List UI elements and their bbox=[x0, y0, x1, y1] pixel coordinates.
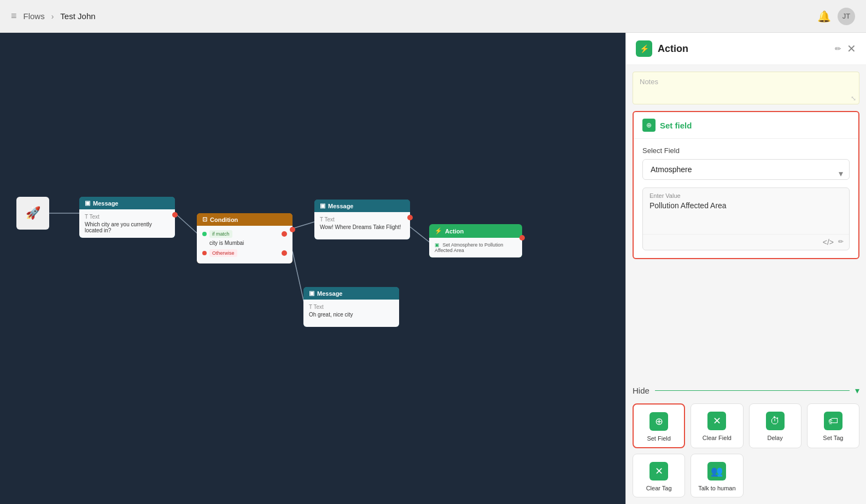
conn-dot-2 bbox=[407, 215, 413, 220]
if-match-conn bbox=[282, 231, 287, 237]
clear-tag-btn-label: Clear Tag bbox=[646, 485, 672, 491]
action-header: ⚡ Action bbox=[429, 224, 522, 238]
message-1-header: ▣ Message bbox=[79, 197, 175, 209]
message-node-1[interactable]: ▣ Message T Text Which city are you curr… bbox=[79, 197, 175, 238]
set-field-title: Set field bbox=[660, 121, 692, 130]
code-icon[interactable]: </> bbox=[823, 238, 834, 247]
set-field-header: ⊕ Set field bbox=[634, 112, 858, 139]
clear-tag-btn-icon: ✕ bbox=[650, 462, 668, 480]
condition-header: ⊡ Condition bbox=[197, 213, 292, 226]
set-field-header-icon: ⊕ bbox=[642, 119, 656, 132]
flow-canvas[interactable]: 🚀 ▣ Message T Text Which city are you cu… bbox=[0, 33, 625, 504]
message-3-icon: ▣ bbox=[309, 290, 314, 297]
flows-link[interactable]: Flows bbox=[24, 11, 45, 21]
svg-line-2 bbox=[292, 221, 316, 228]
conn-dot-action bbox=[519, 235, 525, 241]
hide-chevron-icon[interactable]: ▾ bbox=[855, 385, 859, 396]
panel-close-button[interactable]: ✕ bbox=[847, 42, 856, 55]
enter-value-footer: </> ✏ bbox=[643, 234, 849, 250]
if-match-label: if match bbox=[209, 230, 232, 238]
set-field-body: Select Field Atmosphere ▾ Enter Value Po… bbox=[634, 139, 858, 258]
message-2-header: ▣ Message bbox=[314, 200, 410, 212]
action-btn-talk-to-human[interactable]: 👥 Talk to human bbox=[691, 454, 743, 497]
message-1-type: T Text bbox=[85, 214, 169, 220]
notes-resize-handle[interactable]: ⤡ bbox=[851, 95, 856, 102]
hide-label: Hide bbox=[633, 386, 650, 395]
hide-divider bbox=[655, 390, 850, 391]
hide-section: Hide ▾ ⊕ Set Field ✕ Clear Field ⏱ Delay bbox=[626, 385, 866, 504]
message-node-2[interactable]: ▣ Message T Text Wow! Where Dreams Take … bbox=[314, 200, 410, 239]
breadcrumb-chevron: › bbox=[51, 12, 54, 21]
otherwise-conn bbox=[282, 250, 287, 256]
delay-btn-label: Delay bbox=[768, 435, 783, 441]
notification-bell-icon[interactable]: 🔔 bbox=[817, 10, 831, 23]
if-match-dot bbox=[202, 232, 207, 236]
message-2-type: T Text bbox=[320, 216, 405, 222]
user-avatar[interactable]: JT bbox=[838, 8, 855, 25]
message-1-icon: ▣ bbox=[85, 200, 90, 207]
actions-grid-row2: ✕ Clear Tag 👥 Talk to human bbox=[633, 454, 859, 497]
action-set-field: ▣ Set Atmosphere to Pollution Affected A… bbox=[435, 242, 517, 253]
clear-field-btn-label: Clear Field bbox=[703, 435, 732, 441]
otherwise-label: Otherwise bbox=[209, 249, 237, 257]
set-tag-btn-icon: 🏷 bbox=[824, 412, 842, 430]
action-btn-delay[interactable]: ⏱ Delay bbox=[749, 403, 801, 448]
svg-line-1 bbox=[175, 213, 198, 234]
enter-value-text[interactable]: Pollution Affected Area bbox=[643, 201, 849, 234]
notes-area[interactable]: Notes ⤡ bbox=[633, 72, 859, 104]
talk-to-human-btn-icon: 👥 bbox=[707, 462, 726, 480]
svg-line-4 bbox=[410, 227, 431, 243]
message-2-icon: ▣ bbox=[320, 202, 325, 209]
rocket-icon: 🚀 bbox=[26, 206, 40, 220]
action-node[interactable]: ⚡ Action ▣ Set Atmosphere to Pollution A… bbox=[429, 224, 522, 257]
message-3-text: Oh great, nice city bbox=[309, 312, 394, 318]
talk-to-human-btn-label: Talk to human bbox=[698, 485, 735, 491]
enter-value-box: Enter Value Pollution Affected Area </> … bbox=[642, 187, 850, 250]
message-node-3[interactable]: ▣ Message T Text Oh great, nice city bbox=[303, 287, 399, 327]
message-3-header: ▣ Message bbox=[303, 287, 399, 300]
right-panel: ⚡ Action ✏ ✕ Notes ⤡ ⊕ Set field Select … bbox=[625, 33, 866, 504]
delay-btn-icon: ⏱ bbox=[766, 412, 785, 430]
header: ≡ Flows › Test John 🔔 JT bbox=[0, 0, 866, 33]
start-node[interactable]: 🚀 bbox=[16, 197, 49, 230]
action-btn-clear-tag[interactable]: ✕ Clear Tag bbox=[633, 454, 685, 497]
panel-action-icon: ⚡ bbox=[636, 40, 652, 57]
actions-grid-row1: ⊕ Set Field ✕ Clear Field ⏱ Delay 🏷 Set … bbox=[633, 403, 859, 448]
condition-node[interactable]: ⊡ Condition if match city is Mumbai Othe… bbox=[197, 213, 292, 263]
otherwise-dot bbox=[202, 251, 207, 255]
clear-field-btn-icon: ✕ bbox=[707, 412, 726, 430]
page-title: Test John bbox=[60, 11, 95, 21]
action-set-field-text: Set Atmosphere to Pollution Affected Are… bbox=[435, 242, 504, 253]
flows-icon: ≡ bbox=[11, 10, 17, 22]
set-field-btn-icon: ⊕ bbox=[650, 412, 668, 431]
message-1-text: Which city are you currently located in? bbox=[85, 221, 169, 233]
hide-header: Hide ▾ bbox=[633, 385, 859, 396]
panel-title: Action bbox=[658, 43, 829, 55]
notes-placeholder: Notes bbox=[640, 78, 658, 86]
edit-pencil-icon[interactable]: ✏ bbox=[838, 238, 844, 247]
action-icon: ⚡ bbox=[435, 227, 442, 235]
message-3-type: T Text bbox=[309, 304, 394, 310]
panel-edit-icon[interactable]: ✏ bbox=[835, 44, 841, 53]
condition-toggle-icon: ⊡ bbox=[202, 216, 207, 223]
select-field-label: Select Field bbox=[642, 146, 850, 155]
action-btn-set-tag[interactable]: 🏷 Set Tag bbox=[807, 403, 859, 448]
action-btn-set-field[interactable]: ⊕ Set Field bbox=[633, 403, 685, 448]
field-select[interactable]: Atmosphere bbox=[642, 159, 850, 180]
set-field-icon: ▣ bbox=[435, 242, 440, 248]
set-field-section: ⊕ Set field Select Field Atmosphere ▾ En… bbox=[633, 111, 859, 259]
enter-value-label: Enter Value bbox=[643, 188, 849, 201]
action-btn-clear-field[interactable]: ✕ Clear Field bbox=[691, 403, 743, 448]
conn-dot-cond bbox=[290, 227, 295, 232]
set-field-btn-label: Set Field bbox=[647, 435, 670, 442]
panel-header: ⚡ Action ✏ ✕ bbox=[626, 33, 866, 65]
set-tag-btn-label: Set Tag bbox=[823, 435, 843, 441]
flow-connectors bbox=[0, 33, 625, 504]
message-2-text: Wow! Where Dreams Take Flight! bbox=[320, 224, 405, 230]
condition-city: city is Mumbai bbox=[209, 240, 287, 246]
conn-dot-1 bbox=[172, 212, 178, 218]
main-content: 🚀 ▣ Message T Text Which city are you cu… bbox=[0, 33, 866, 504]
field-dropdown-wrapper: Atmosphere ▾ bbox=[642, 159, 850, 187]
